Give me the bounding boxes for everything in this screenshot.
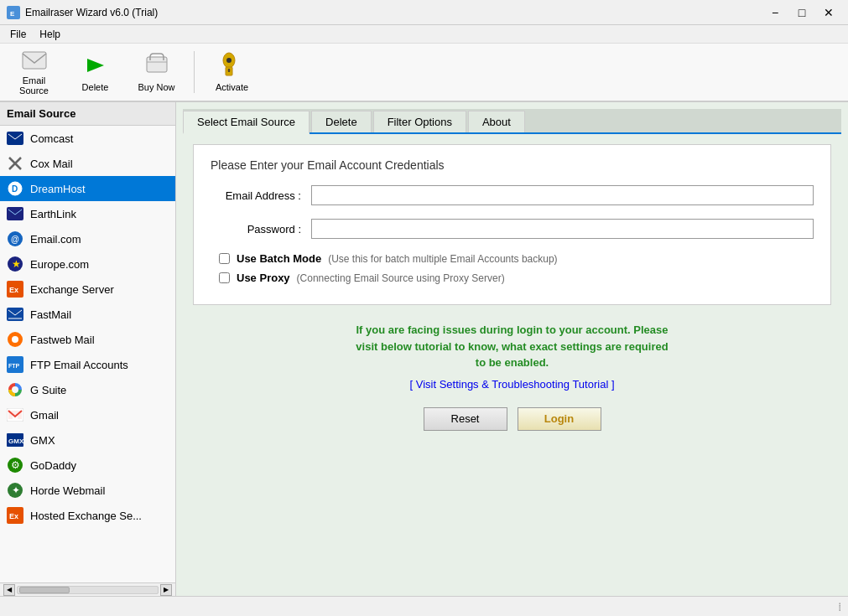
cox-mail-icon (7, 155, 23, 172)
sidebar-item-exchange-server[interactable]: Ex Exchange Server (0, 277, 175, 302)
minimize-button[interactable]: − (762, 0, 788, 25)
menu-bar: File Help (0, 25, 848, 44)
sidebar-item-godaddy-label: GoDaddy (30, 459, 76, 472)
hscroll-track (17, 586, 159, 594)
scroll-right-button[interactable]: ▶ (160, 584, 172, 596)
g-suite-icon (7, 381, 23, 398)
sidebar-item-comcast[interactable]: Comcast (0, 126, 175, 151)
close-button[interactable]: ✕ (816, 0, 841, 25)
toolbar-activate-label: Activate (216, 82, 248, 92)
tab-delete[interactable]: Delete (311, 111, 372, 132)
svg-point-25 (12, 336, 18, 343)
svg-rect-10 (7, 132, 23, 145)
toolbar-separator (194, 51, 195, 93)
email-source-icon (21, 49, 48, 72)
sidebar-item-europe-com-label: Europe.com (30, 258, 89, 271)
sidebar-item-europe-com[interactable]: ★ Europe.com (0, 251, 175, 277)
sidebar-item-gmx[interactable]: GMX GMX (0, 427, 175, 453)
sidebar-item-g-suite[interactable]: G Suite (0, 377, 175, 402)
password-label: Password : (211, 223, 311, 236)
buy-now-icon (143, 52, 170, 79)
horde-webmail-icon: ✦ (7, 482, 23, 499)
password-input[interactable] (311, 219, 814, 239)
godaddy-icon: ⚙ (7, 457, 23, 474)
sidebar-hscroll[interactable]: ◀ ▶ (0, 582, 175, 596)
svg-marker-3 (87, 59, 104, 72)
login-button[interactable]: Login (518, 407, 601, 431)
sidebar-item-earthlink-label: EarthLink (30, 208, 76, 220)
comcast-icon (7, 130, 23, 147)
batch-mode-hint: (Use this for batch multiple Email Accou… (328, 253, 557, 265)
sidebar-item-earthlink[interactable]: EarthLink (0, 201, 175, 226)
window-title: Emailraser Wizard v6.0 (Trial) (25, 7, 158, 18)
batch-mode-checkbox[interactable] (219, 253, 230, 264)
tutorial-link[interactable]: [ Visit Settings & Troubleshooting Tutor… (193, 378, 831, 391)
toolbar-buy-now-label: Buy Now (138, 82, 174, 92)
proxy-label[interactable]: Use Proxy (237, 272, 290, 284)
svg-rect-15 (7, 207, 23, 220)
sidebar-item-cox-mail[interactable]: Cox Mail (0, 151, 175, 176)
tab-filter-options[interactable]: Filter Options (373, 111, 466, 132)
use-proxy-checkbox[interactable] (219, 272, 230, 283)
scroll-left-button[interactable]: ◀ (3, 584, 15, 596)
tab-about[interactable]: About (468, 111, 525, 132)
tab-select-email-source[interactable]: Select Email Source (183, 111, 310, 134)
svg-text:★: ★ (12, 258, 21, 270)
sidebar-item-ftp-email[interactable]: FTP FTP Email Accounts (0, 352, 175, 377)
toolbar-delete-button[interactable]: Delete (68, 48, 122, 96)
window-controls: − □ ✕ (762, 0, 841, 25)
resize-grip: ⁞ (838, 600, 841, 613)
hscroll-thumb (19, 587, 70, 593)
toolbar-email-source-button[interactable]: Email Source (7, 48, 61, 96)
email-input[interactable] (311, 185, 814, 205)
tab-bar: Select Email Source Delete Filter Option… (183, 109, 841, 134)
password-field-row: Password : (211, 219, 814, 239)
sidebar-list: Comcast Cox Mail D DreamHost (0, 126, 175, 582)
batch-mode-label[interactable]: Use Batch Mode (237, 252, 321, 265)
menu-file[interactable]: File (3, 27, 33, 42)
earthlink-icon (7, 205, 23, 222)
fastweb-mail-icon (7, 331, 23, 348)
reset-button[interactable]: Reset (424, 407, 507, 431)
sidebar-item-hosted-exchange[interactable]: Ex Hosted Exchange Se... (0, 503, 175, 528)
gmail-icon (7, 406, 23, 423)
sidebar-item-dreamhost-label: DreamHost (30, 183, 86, 195)
gmx-icon: GMX (7, 432, 23, 448)
status-bar: ⁞ (0, 596, 848, 616)
sidebar-item-dreamhost[interactable]: D DreamHost (0, 176, 175, 201)
sidebar-item-fastmail[interactable]: FastMail (0, 302, 175, 327)
sidebar-item-fastweb-mail[interactable]: Fastweb Mail (0, 327, 175, 352)
sidebar-item-email-com-label: Email.com (30, 233, 81, 246)
credentials-title: Please Enter your Email Account Credenti… (211, 158, 814, 172)
sidebar-item-g-suite-label: G Suite (30, 384, 66, 396)
title-bar-left: E Emailraser Wizard v6.0 (Trial) (7, 6, 158, 19)
sidebar-item-gmx-label: GMX (30, 434, 55, 447)
sidebar-item-fastweb-mail-label: Fastweb Mail (30, 334, 95, 346)
toolbar-delete-label: Delete (82, 82, 109, 92)
svg-text:Ex: Ex (9, 512, 18, 520)
toolbar-buy-now-button[interactable]: Buy Now (129, 48, 184, 96)
sidebar-item-gmail-label: Gmail (30, 409, 59, 422)
sidebar-item-gmail[interactable]: Gmail (0, 402, 175, 427)
sidebar-item-email-com[interactable]: @ Email.com (0, 226, 175, 251)
svg-text:✦: ✦ (12, 484, 20, 496)
sidebar-item-ftp-email-label: FTP Email Accounts (30, 359, 128, 371)
fastmail-icon (7, 306, 23, 323)
menu-help[interactable]: Help (33, 27, 67, 42)
svg-rect-2 (23, 52, 46, 69)
hosted-exchange-icon: Ex (7, 507, 23, 524)
svg-text:D: D (12, 184, 18, 194)
toolbar-activate-button[interactable]: Activate (205, 48, 259, 96)
svg-text:E: E (10, 10, 15, 18)
email-com-icon: @ (7, 230, 23, 247)
maximize-button[interactable]: □ (789, 0, 814, 25)
app-icon: E (7, 6, 20, 19)
svg-rect-22 (7, 308, 23, 321)
sidebar-item-horde-webmail[interactable]: ✦ Horde Webmail (0, 478, 175, 503)
proxy-hint: (Connecting Email Source using Proxy Ser… (297, 272, 505, 284)
main-container: Email Source Comcast Cox Mail (0, 102, 848, 596)
sidebar-item-cox-mail-label: Cox Mail (30, 158, 73, 170)
sidebar-header: Email Source (0, 102, 175, 126)
sidebar-item-godaddy[interactable]: ⚙ GoDaddy (0, 453, 175, 478)
activate-icon (219, 52, 246, 79)
